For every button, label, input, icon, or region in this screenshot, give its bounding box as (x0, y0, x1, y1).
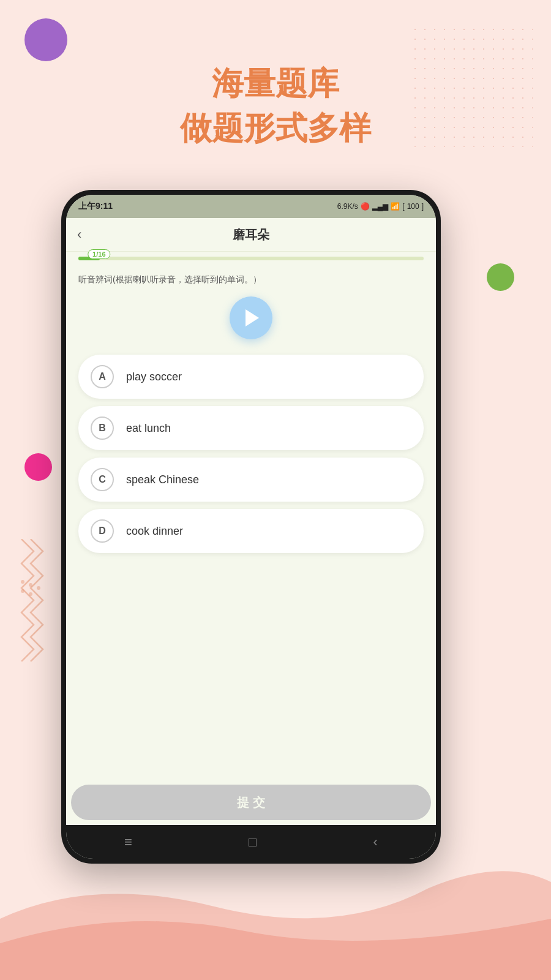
battery-close: ] (422, 202, 424, 211)
network-speed: 6.9K/s (337, 202, 358, 211)
status-time: 上午9:11 (78, 201, 113, 212)
phone-mockup: 上午9:11 6.9K/s 🔴 ▂▄▆ 📶 [ 100 ] ‹ 磨耳朵 1/16 (61, 190, 441, 864)
bg-decoration-zigzag (15, 539, 49, 662)
bg-decoration-green-circle (487, 263, 514, 291)
option-b[interactable]: B eat lunch (78, 406, 424, 450)
header-line2: 做题形式多样 (0, 106, 551, 151)
instruction-text: 听音辨词(根据喇叭听录音，选择听到的单词。） (78, 274, 424, 285)
phone-screen: 上午9:11 6.9K/s 🔴 ▂▄▆ 📶 [ 100 ] ‹ 磨耳朵 1/16 (66, 195, 436, 859)
nav-back-icon[interactable]: ‹ (373, 834, 378, 850)
bottom-nav: ≡ □ ‹ (66, 825, 436, 859)
nav-menu-icon[interactable]: ≡ (124, 834, 132, 850)
svg-point-2 (29, 583, 32, 587)
option-a-letter: A (91, 365, 114, 388)
nav-home-icon[interactable]: □ (249, 834, 257, 850)
header-section: 海量题库 做题形式多样 (0, 61, 551, 151)
option-d[interactable]: D cook dinner (78, 509, 424, 553)
option-a[interactable]: A play soccer (78, 355, 424, 399)
status-icons: 6.9K/s 🔴 ▂▄▆ 📶 [ 100 ] (337, 202, 424, 211)
progress-bar-background: 1/16 (78, 257, 424, 260)
options-list: A play soccer B eat lunch C speak Chines… (78, 355, 424, 553)
svg-point-3 (29, 592, 32, 596)
option-d-letter: D (91, 519, 114, 543)
play-audio-button[interactable] (230, 296, 272, 339)
progress-badge: 1/16 (88, 249, 110, 259)
signal-icon: ▂▄▆ (372, 202, 389, 211)
app-title: 磨耳朵 (233, 227, 269, 243)
option-c-letter: C (91, 468, 114, 491)
bluetooth-icon: 🔴 (361, 202, 370, 211)
option-c[interactable]: C speak Chinese (78, 458, 424, 502)
status-bar: 上午9:11 6.9K/s 🔴 ▂▄▆ 📶 [ 100 ] (66, 195, 436, 218)
svg-point-4 (37, 586, 40, 590)
svg-point-1 (21, 589, 24, 593)
app-header: ‹ 磨耳朵 (66, 218, 436, 252)
submit-label: 提 交 (237, 794, 265, 811)
header-line1: 海量题库 (0, 61, 551, 106)
battery-icon: [ (402, 202, 404, 211)
back-button[interactable]: ‹ (77, 227, 81, 243)
submit-button[interactable]: 提 交 (71, 785, 431, 820)
battery-level: 100 (407, 202, 419, 211)
option-b-text: eat lunch (126, 422, 171, 435)
wifi-icon: 📶 (391, 202, 400, 211)
option-d-text: cook dinner (126, 525, 183, 538)
svg-point-0 (21, 580, 24, 584)
option-c-text: speak Chinese (126, 473, 199, 486)
content-area: 听音辨词(根据喇叭听录音，选择听到的单词。） A play soccer B e… (66, 265, 436, 785)
option-b-letter: B (91, 417, 114, 440)
bg-decoration-pink-circle (24, 453, 52, 481)
option-a-text: play soccer (126, 371, 182, 383)
bg-decoration-purple-circle (24, 18, 67, 61)
play-button-container (78, 296, 424, 339)
progress-section: 1/16 (66, 252, 436, 265)
play-icon (246, 309, 259, 326)
